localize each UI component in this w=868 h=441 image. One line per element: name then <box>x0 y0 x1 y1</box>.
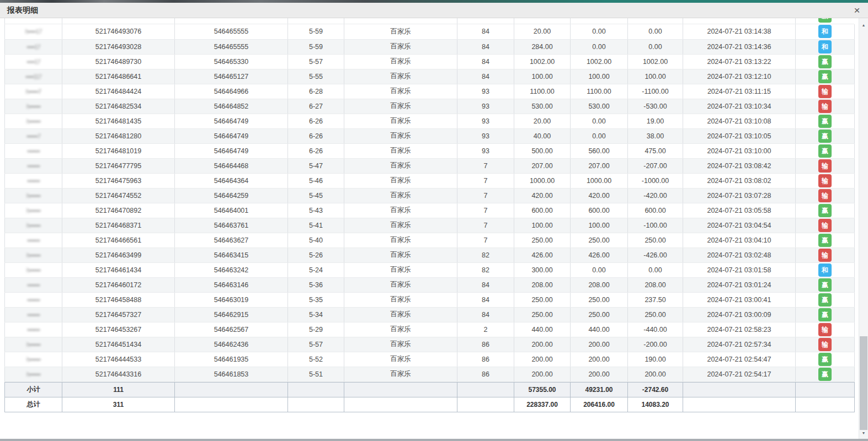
cell-valid-bet: 420.00 <box>571 188 628 203</box>
cell-game-id: 546464468 <box>175 158 288 173</box>
cell-round: 5-35 <box>288 292 344 307</box>
cell-order-id: 521746458488 <box>62 292 175 307</box>
cell-username: h••••••• <box>5 262 62 277</box>
cell-valid-bet: 1002.00 <box>571 54 628 69</box>
masked-username: •••••17 <box>26 44 40 50</box>
vertical-scrollbar[interactable]: ▲ ▼ <box>859 18 868 441</box>
masked-username: h••••••7 <box>26 88 41 95</box>
cell-username: •••••17 <box>5 54 62 69</box>
total-row: 总计 311 228337.00 206416.00 14083.20 <box>5 397 855 412</box>
scroll-down-icon[interactable]: ▼ <box>859 429 868 437</box>
cell-valid-bet: 100.00 <box>571 69 628 84</box>
summary-table: 小计 111 57355.00 49231.00 -2742.60 总计 311… <box>4 382 855 412</box>
result-badge: 赢 <box>818 55 832 68</box>
cell-game-type: 百家乐 <box>344 54 457 69</box>
cell-bet-amount: 600.00 <box>514 203 571 218</box>
cell-valid-bet: 560.00 <box>571 143 628 158</box>
masked-username: •••••17 <box>26 58 40 65</box>
masked-username: h••••••• <box>26 118 40 125</box>
cell-result: 输 <box>796 248 855 262</box>
report-detail-modal: 报表明细 × 赢 h•••••17 521746493076 546465555 <box>0 0 868 441</box>
cell-result: 赢 <box>796 114 855 128</box>
cell-table-no: 93 <box>457 128 514 143</box>
result-badge: 赢 <box>818 18 832 23</box>
result-badge: 输 <box>818 159 832 173</box>
subtotal-label: 小计 <box>5 382 62 397</box>
cell-result: 赢 <box>796 292 855 307</box>
cell-bet-amount: 20.00 <box>514 114 571 128</box>
total-label: 总计 <box>5 397 62 412</box>
cell-table-no: 7 <box>457 188 514 203</box>
cell-valid-bet: 0.00 <box>571 128 628 143</box>
cell-round: 5-34 <box>288 307 344 322</box>
cell-bet-amount: 1100.00 <box>514 84 571 99</box>
cell-result: 和 <box>796 24 855 39</box>
cell-valid-bet: 200.00 <box>571 337 628 352</box>
cell-round: 5-51 <box>288 367 344 381</box>
cell-game-type: 百家乐 <box>344 322 457 337</box>
cell-valid-bet: 1000.00 <box>571 173 628 188</box>
result-badge: 输 <box>818 249 832 262</box>
table-row: •••••••• 521746466561 546463627 5-40 百家乐… <box>5 233 855 248</box>
cell-game-type: 百家乐 <box>344 262 457 277</box>
cell-bet-amount: 100.00 <box>514 218 571 233</box>
cell-username: •••••••• <box>5 233 62 248</box>
cell-result: 赢 <box>796 203 855 218</box>
cell-username: •••••••• <box>5 322 62 337</box>
cell-game-id: 546464749 <box>175 143 288 158</box>
cell-game-type: 百家乐 <box>344 367 457 381</box>
cell-valid-bet: 200.00 <box>571 352 628 367</box>
cell-game-id: 546465330 <box>175 54 288 69</box>
masked-username: •••••••• <box>27 282 40 288</box>
table-row: h••••••• 521746481435 546464749 6-26 百家乐… <box>5 114 855 128</box>
cell-order-id: 521746468371 <box>62 218 175 233</box>
cell-win-loss: 0.00 <box>628 262 683 277</box>
cell-order-id: 521746474552 <box>62 188 175 203</box>
cell-username: h••••••• <box>5 114 62 128</box>
masked-username: h••••••• <box>26 192 40 199</box>
cell-time: 2024-07-21 03:01:24 <box>683 277 796 292</box>
cell-bet-amount: 250.00 <box>514 292 571 307</box>
scroll-up-icon[interactable]: ▲ <box>859 21 868 29</box>
table-row: h••••••• 521746474552 546464259 5-45 百家乐… <box>5 188 855 203</box>
cell-bet-amount: 284.00 <box>514 39 571 54</box>
cell-username: •••••••• <box>5 173 62 188</box>
cell-time: 2024-07-21 03:01:58 <box>683 262 796 277</box>
table-row: •••••••• 521746477795 546464468 5-47 百家乐… <box>5 158 855 173</box>
cell-round: 6-27 <box>288 99 344 114</box>
cell-bet-amount: 250.00 <box>514 307 571 322</box>
scrollbar-thumb[interactable] <box>860 336 867 430</box>
result-badge: 赢 <box>818 278 832 292</box>
result-badge: 赢 <box>818 204 832 217</box>
cell-result: 赢 <box>796 233 855 248</box>
cell-table-no: 84 <box>457 292 514 307</box>
cell-game-id: 546463146 <box>175 277 288 292</box>
cell-win-loss: -200.00 <box>628 337 683 352</box>
cell-time: 2024-07-21 03:11:15 <box>683 84 796 99</box>
cell-bet-amount: 426.00 <box>514 248 571 262</box>
cell-order-id: 521746443316 <box>62 367 175 381</box>
table-row: h•••••17 521746493076 546465555 5-59 百家乐… <box>5 24 855 39</box>
cell-order-id: 521746475963 <box>62 173 175 188</box>
cell-game-id: 546463761 <box>175 218 288 233</box>
cell-bet-amount: 100.00 <box>514 69 571 84</box>
cell-round: 5-43 <box>288 203 344 218</box>
cell-table-no: 93 <box>457 114 514 128</box>
cell-order-id: 521746489730 <box>62 54 175 69</box>
cell-table-no: 7 <box>457 173 514 188</box>
cell-game-id: 546465555 <box>175 24 288 39</box>
cell-game-type: 百家乐 <box>344 84 457 99</box>
cell-table-no: 7 <box>457 218 514 233</box>
close-icon[interactable]: × <box>850 3 864 18</box>
cell-bet-amount: 300.00 <box>514 262 571 277</box>
clipped-row: 赢 <box>4 18 854 24</box>
cell-round: 6-26 <box>288 114 344 128</box>
cell-game-type: 百家乐 <box>344 277 457 292</box>
table-row: h••••••• 521746461434 546463242 5-24 百家乐… <box>5 262 855 277</box>
cell-order-id: 521746461434 <box>62 262 175 277</box>
cell-bet-amount: 200.00 <box>514 367 571 381</box>
result-badge: 输 <box>818 85 832 98</box>
cell-game-type: 百家乐 <box>344 128 457 143</box>
cell-result: 赢 <box>796 307 855 322</box>
total-net: 14083.20 <box>628 397 683 412</box>
